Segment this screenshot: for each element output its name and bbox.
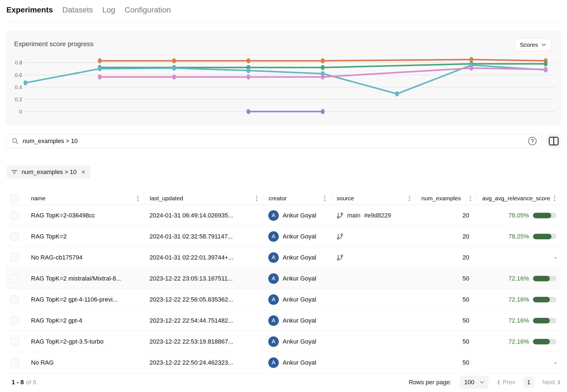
last-updated-value: 2023-12-22 22:54:44.751482... [150, 317, 233, 324]
experiment-name-cell[interactable]: RAG TopK=2-036498cc [25, 212, 144, 219]
chart-point-teal[interactable] [246, 68, 250, 73]
filter-chip[interactable]: num_examples > 10 [6, 166, 91, 178]
table-row[interactable]: RAG TopK=2-gpt-3.5-turbo2023-12-22 22:53… [6, 331, 561, 352]
avg-relevance-score-cell: - [476, 359, 561, 366]
kebab-menu-icon[interactable] [552, 195, 557, 202]
last-updated-cell: 2023-12-22 22:56:05.835362... [144, 296, 263, 303]
next-page-button[interactable]: Next [542, 379, 561, 386]
table-row[interactable]: RAG TopK=2 gpt-42023-12-22 22:54:44.7514… [6, 310, 561, 331]
row-checkbox[interactable] [10, 316, 19, 325]
y-axis-tick-label: 0.2 [15, 97, 22, 102]
last-updated-cell: 2024-01-31 02:22:01.39744+... [144, 254, 263, 261]
help-icon[interactable]: ? [528, 137, 537, 145]
score-progress-bar [533, 213, 556, 218]
tab-log[interactable]: Log [102, 6, 115, 14]
chart-point-teal[interactable] [395, 91, 399, 96]
source-branch: main [347, 212, 360, 219]
kebab-menu-icon[interactable] [254, 195, 259, 202]
experiment-name-cell[interactable]: No RAG [25, 359, 144, 366]
toggle-side-panel-button[interactable] [547, 134, 561, 148]
experiment-name-cell[interactable]: RAG TopK=2 [25, 233, 144, 240]
chart-point-pink[interactable] [321, 74, 325, 79]
top-nav: Experiments Datasets Log Configuration [6, 0, 561, 22]
column-header-last-updated[interactable]: last_updated [144, 192, 263, 205]
column-header-name[interactable]: name [25, 192, 144, 205]
creator-name: Ankur Goyal [283, 296, 316, 303]
table-row[interactable]: RAG TopK=2 gpt-4-1106-previ...2023-12-22… [6, 289, 561, 310]
chart-point-pink[interactable] [172, 74, 176, 79]
tab-experiments[interactable]: Experiments [6, 6, 53, 14]
chart-point-green[interactable] [321, 65, 325, 70]
chevron-right-icon [557, 380, 561, 385]
table-row[interactable]: No RAG2023-12-22 22:50:24.462323...AAnku… [6, 352, 561, 373]
search-box[interactable]: ? [6, 134, 542, 148]
row-checkbox[interactable] [10, 295, 19, 304]
search-input[interactable] [23, 137, 524, 145]
remove-filter-button[interactable] [81, 169, 86, 175]
avg-relevance-score-cell: - [476, 254, 561, 261]
experiment-name-cell[interactable]: No RAG-cb175794 [25, 254, 144, 261]
chart-point-orange[interactable] [172, 58, 176, 63]
chart-point-pink[interactable] [544, 67, 548, 72]
select-all-checkbox[interactable] [10, 194, 19, 203]
score-percent: 72.16% [508, 296, 529, 303]
column-header-num-examples[interactable]: num_examples [416, 192, 476, 205]
kebab-menu-icon[interactable] [468, 195, 473, 202]
chart-point-pink[interactable] [246, 74, 250, 79]
chart-point-green[interactable] [544, 61, 548, 66]
row-checkbox[interactable] [10, 211, 19, 220]
chart-point-teal[interactable] [172, 66, 176, 71]
last-updated-value: 2024-01-31 02:32:58.791147... [150, 233, 233, 240]
chart-point-purple[interactable] [246, 109, 250, 114]
creator-cell: AAnkur Goyal [263, 273, 331, 284]
chart-point-orange[interactable] [246, 58, 250, 63]
experiment-name: RAG TopK=2-gpt-3.5-turbo [31, 338, 104, 345]
row-checkbox[interactable] [10, 274, 19, 283]
row-checkbox-cell [6, 274, 25, 283]
column-header-source[interactable]: source [331, 192, 416, 205]
chart-point-orange[interactable] [98, 58, 102, 63]
row-checkbox[interactable] [10, 338, 19, 346]
rows-per-page-select[interactable]: 100 [460, 376, 489, 389]
experiment-name: No RAG-cb175794 [31, 254, 83, 261]
row-checkbox[interactable] [10, 253, 19, 262]
kebab-menu-icon[interactable] [135, 195, 140, 202]
experiment-name-cell[interactable]: RAG TopK=2-gpt-3.5-turbo [25, 338, 144, 345]
last-updated-cell: 2024-01-31 06:49:14.026935... [144, 212, 263, 219]
table-row[interactable]: RAG TopK=2-036498cc2024-01-31 06:49:14.0… [6, 205, 561, 226]
experiment-name-cell[interactable]: RAG TopK=2 mistralai/Mixtral-8... [25, 275, 144, 282]
avatar: A [268, 315, 279, 326]
tab-configuration[interactable]: Configuration [125, 6, 171, 14]
column-header-avg-avg-relevance-score[interactable]: avg_avg_relevance_score [476, 192, 561, 205]
experiment-name: RAG TopK=2 gpt-4 [31, 317, 82, 324]
chart-point-teal[interactable] [98, 66, 102, 71]
table-row[interactable]: RAG TopK=22024-01-31 02:32:58.791147...A… [6, 226, 561, 247]
tab-datasets[interactable]: Datasets [62, 6, 93, 14]
chevron-left-icon [497, 380, 500, 385]
prev-page-button[interactable]: Prev [497, 379, 515, 386]
score-percent: 72.16% [508, 338, 529, 345]
avg-relevance-score-cell: 72.16% [476, 317, 561, 324]
kebab-menu-icon[interactable] [322, 195, 327, 202]
search-row: ? [6, 134, 561, 148]
source-commit: #e9d8229 [364, 212, 391, 219]
experiment-name-cell[interactable]: RAG TopK=2 gpt-4-1106-previ... [25, 296, 144, 303]
chart-point-pink[interactable] [98, 74, 102, 79]
source-cell [331, 233, 416, 240]
chart-point-purple[interactable] [321, 109, 325, 114]
kebab-menu-icon[interactable] [407, 195, 412, 202]
avatar: A [268, 273, 279, 284]
row-checkbox[interactable] [10, 232, 19, 241]
row-checkbox[interactable] [10, 359, 19, 367]
table-row[interactable]: No RAG-cb1757942024-01-31 02:22:01.39744… [6, 247, 561, 268]
table-row[interactable]: RAG TopK=2 mistralai/Mixtral-8...2023-12… [6, 268, 561, 289]
column-header-creator[interactable]: creator [263, 192, 331, 205]
score-progress-fill [533, 276, 550, 281]
chart-point-orange[interactable] [321, 58, 325, 63]
creator-cell: AAnkur Goyal [263, 210, 331, 221]
experiment-name-cell[interactable]: RAG TopK=2 gpt-4 [25, 317, 144, 324]
page-number-button[interactable]: 1 [524, 377, 534, 388]
chart-point-pink[interactable] [470, 66, 473, 71]
chart-point-teal[interactable] [24, 80, 27, 85]
avatar: A [268, 357, 279, 368]
